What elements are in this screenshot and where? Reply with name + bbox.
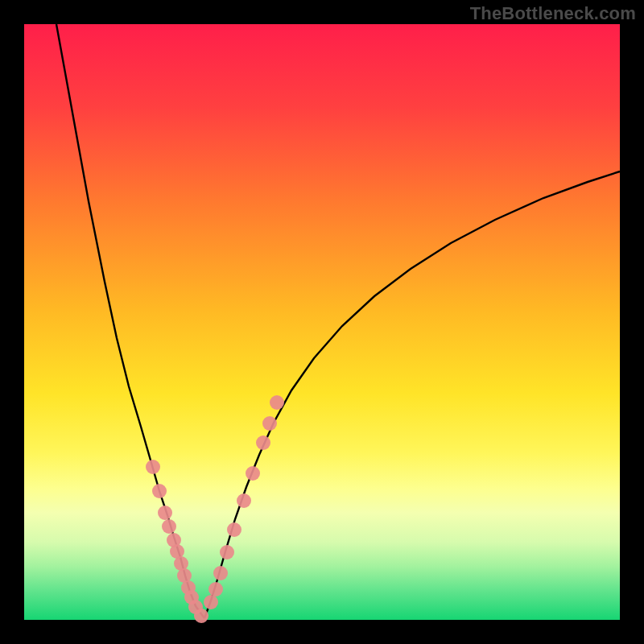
- plot-area: [24, 24, 620, 620]
- marker-dot: [146, 460, 160, 474]
- marker-dot: [220, 545, 234, 559]
- marker-dot: [204, 595, 218, 609]
- marker-dot: [208, 582, 223, 597]
- curve-right-branch: [204, 171, 620, 618]
- marker-dot: [246, 466, 260, 481]
- chart-frame: TheBottleneck.com: [0, 0, 644, 644]
- marker-dot: [158, 506, 172, 520]
- marker-group: [146, 395, 284, 623]
- marker-dot: [213, 566, 228, 580]
- marker-dot: [194, 609, 208, 623]
- marker-dot: [262, 416, 277, 431]
- marker-dot: [227, 522, 242, 537]
- curve-left-branch: [56, 24, 204, 618]
- curve-svg: [24, 24, 620, 620]
- marker-dot: [237, 493, 251, 508]
- watermark-text: TheBottleneck.com: [470, 3, 636, 24]
- left-branch-path: [56, 24, 204, 618]
- marker-dot: [270, 395, 284, 410]
- marker-dot: [162, 519, 176, 534]
- marker-dot: [256, 436, 270, 450]
- right-branch-path: [204, 171, 620, 618]
- marker-dot: [152, 484, 167, 498]
